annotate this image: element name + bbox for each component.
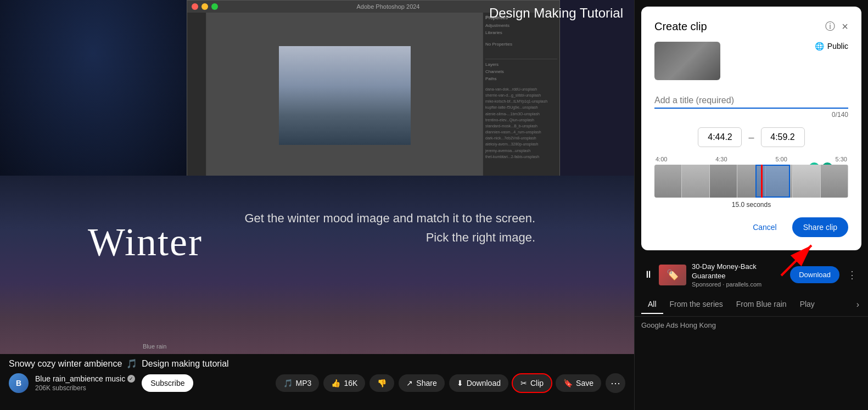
video-subtitle: Design making tutorial: [142, 359, 228, 369]
clip-button[interactable]: ✂ Clip: [513, 374, 551, 392]
timeline-marker-2: 5:00: [775, 156, 787, 162]
ps-image-preview: [279, 46, 411, 145]
time-range-row: 4:44.2 – 4:59.2: [654, 127, 848, 147]
right-panel: Create clip ⓘ × 🌐 Public G G: [634, 0, 868, 410]
save-button[interactable]: 🔖 Save: [556, 374, 601, 392]
ps-tools-panel: [187, 13, 206, 178]
download-button[interactable]: ⬇ Download: [449, 374, 508, 392]
tab-scroll-right[interactable]: ›: [854, 297, 861, 312]
like-button[interactable]: 👍 16K: [323, 374, 365, 392]
ps-properties-panel: Properties AdjustmentsLibraries No Prope…: [483, 13, 559, 178]
time-dash: –: [748, 132, 754, 143]
ad-more-button[interactable]: ⋮: [845, 269, 859, 281]
timeline-frame-2: [682, 165, 709, 198]
tab-from-blue-rain[interactable]: From Blue rain: [730, 295, 793, 314]
tab-play[interactable]: Play: [793, 295, 821, 314]
ps-canvas: [206, 13, 483, 178]
ad-subtitle: Sponsored · parallels.com: [692, 281, 785, 288]
dialog-header: Create clip ⓘ ×: [654, 20, 848, 33]
timeline-frame-6: [793, 165, 820, 198]
timeline-frame-3: [710, 165, 737, 198]
winter-instruction-line1: Get the winter mood image and match it t…: [245, 209, 536, 228]
footer-text: Google Ads Hong Kong: [641, 321, 716, 329]
video-container: Adobe Photoshop 2024 Properties Adjustme…: [0, 0, 634, 354]
share-clip-button[interactable]: Share clip: [792, 217, 848, 237]
clip-thumbnail-preview: [654, 42, 720, 80]
blue-rain-label: Blue rain: [143, 343, 166, 350]
thumbs-up-icon: 👍: [331, 379, 340, 387]
bottom-bar: Snowy cozy winter ambience 🎵 Design maki…: [0, 354, 634, 410]
channel-name: Blue rain_ambience music ✓: [35, 374, 135, 383]
channel-row: B Blue rain_ambience music ✓ 206K subscr…: [9, 373, 625, 393]
stars-overlay: [0, 0, 187, 178]
timeline-selected-region[interactable]: [755, 165, 791, 198]
dislike-button[interactable]: 👎: [369, 374, 394, 392]
dialog-actions: Cancel Share clip: [654, 217, 848, 237]
timeline-frame-1: [654, 165, 682, 198]
time-end-box[interactable]: 4:59.2: [761, 127, 805, 147]
scissors-icon: ✂: [520, 379, 527, 387]
action-buttons: 🎵 MP3 👍 16K 👎 ↗ Share ⬇ Download ✂ Clip: [276, 373, 625, 393]
char-count: 0/140: [654, 111, 848, 119]
winter-title: Winter: [88, 220, 203, 265]
dialog-header-icons: ⓘ ×: [825, 20, 848, 33]
right-bottom-content: Google Ads Hong Kong: [635, 317, 868, 334]
sponsored-row: ⏸ 🏷️ 30-Day Money-Back Guarantee Sponsor…: [637, 257, 866, 293]
verified-badge: ✓: [127, 375, 135, 383]
window-dot-green[interactable]: [211, 3, 218, 10]
dialog-info-button[interactable]: ⓘ: [825, 20, 835, 33]
winter-instruction: Get the winter mood image and match it t…: [245, 209, 536, 247]
sponsored-label: Sponsored: [692, 281, 721, 288]
bottom-tabs: All From the series From Blue rain Play …: [635, 293, 868, 317]
timeline-marker-0: 4:00: [656, 156, 667, 162]
clip-title-input[interactable]: [654, 93, 848, 109]
video-title-row: Snowy cozy winter ambience 🎵 Design maki…: [9, 358, 625, 369]
subscribe-button[interactable]: Subscribe: [142, 374, 193, 392]
bookmark-icon: 🔖: [563, 379, 573, 387]
ps-image-content: [279, 46, 411, 145]
window-dot-yellow[interactable]: [201, 3, 208, 10]
window-dot-red[interactable]: [192, 3, 198, 10]
cancel-button[interactable]: Cancel: [744, 217, 786, 237]
thumbs-down-icon: 👎: [377, 379, 387, 387]
tutorial-overlay: Design Making Tutorial: [489, 5, 623, 21]
seconds-label: 15.0 seconds: [654, 201, 848, 209]
download-button-ad[interactable]: Download: [790, 266, 839, 283]
dialog-close-button[interactable]: ×: [842, 20, 848, 33]
mp3-button[interactable]: 🎵 MP3: [276, 374, 320, 392]
download-icon: ⬇: [457, 379, 463, 387]
title-separator: 🎵: [126, 358, 137, 369]
globe-icon: 🌐: [815, 42, 824, 50]
create-clip-dialog: Create clip ⓘ × 🌐 Public G G: [641, 7, 861, 250]
share-button[interactable]: ↗ Share: [399, 374, 444, 392]
winter-instruction-line2: Pick the right image.: [245, 228, 536, 247]
more-options-button[interactable]: ⋯: [606, 373, 625, 393]
timeline-playhead[interactable]: [761, 165, 763, 198]
tab-from-series[interactable]: From the series: [663, 295, 730, 314]
subscriber-count: 206K subscribers: [35, 384, 135, 392]
ad-thumbnail: 🏷️: [659, 265, 686, 285]
timeline-markers: 4:00 4:30 5:00 5:30: [654, 156, 848, 162]
photoshop-overlay: Adobe Photoshop 2024 Properties Adjustme…: [187, 0, 560, 178]
tab-all[interactable]: All: [641, 295, 663, 314]
sponsored-domain: parallels.com: [726, 281, 761, 288]
pause-icon[interactable]: ⏸: [643, 269, 653, 280]
timeline-frame-7: [821, 165, 848, 198]
time-start-box[interactable]: 4:44.2: [698, 127, 742, 147]
timeline-marker-1: 4:30: [715, 156, 727, 162]
ad-title: 30-Day Money-Back Guarantee: [692, 262, 785, 281]
channel-info: Blue rain_ambience music ✓ 206K subscrib…: [35, 374, 135, 392]
winter-scene: Winter Get the winter mood image and mat…: [0, 176, 634, 354]
timeline-strip[interactable]: [654, 165, 848, 198]
video-title: Snowy cozy winter ambience: [9, 359, 122, 369]
more-icon: ⋯: [611, 377, 620, 389]
ad-text: 30-Day Money-Back Guarantee Sponsored · …: [692, 262, 785, 288]
music-icon: 🎵: [283, 379, 293, 387]
dialog-title: Create clip: [654, 20, 707, 33]
public-label: Public: [827, 42, 848, 50]
timeline-marker-3: 5:30: [836, 156, 847, 162]
channel-avatar: B: [9, 373, 29, 393]
share-icon: ↗: [406, 379, 413, 387]
